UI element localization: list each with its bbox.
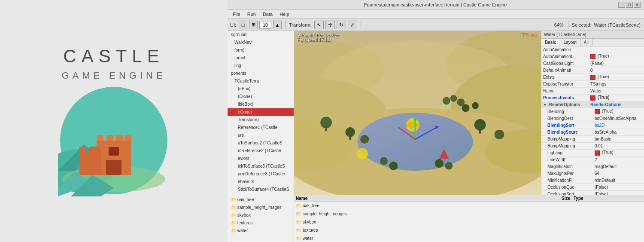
- logo-subtitle: GAME ENGINE: [61, 70, 166, 81]
- scene-item[interactable]: mReference2 (TCastle: [228, 147, 294, 155]
- prop-row[interactable]: BumpMapping bmBasic: [541, 136, 644, 143]
- file-item[interactable]: 📁 skybox: [228, 211, 294, 219]
- scene-item[interactable]: (eBox): [228, 85, 294, 93]
- file-item[interactable]: 📁 oak_tree: [228, 196, 294, 204]
- tab-all[interactable]: All: [580, 39, 592, 46]
- toolbar-square-btn[interactable]: □: [239, 21, 247, 29]
- file-item[interactable]: 📁 water: [228, 227, 294, 235]
- menu-run[interactable]: Run: [244, 11, 259, 18]
- scene-item[interactable]: Transform): [228, 116, 294, 124]
- prop-row[interactable]: AutoAnimationL (True): [541, 53, 644, 60]
- svg-point-34: [360, 135, 369, 144]
- scene-item[interactable]: ponents: [228, 70, 294, 77]
- folder-icon: 📁: [231, 197, 236, 202]
- close-button[interactable]: ✕: [634, 2, 641, 8]
- logo-circle: [58, 85, 170, 196]
- scene-item[interactable]: ibleBox): [228, 101, 294, 108]
- scene-item[interactable]: aviors: [228, 155, 294, 162]
- prop-row[interactable]: BlendingDest bdOneMinusSrcAlpha: [541, 115, 644, 122]
- checkbox-icon: [595, 109, 600, 114]
- main-content: sground WalkNavi form) form4 ling ponent…: [228, 31, 644, 195]
- scene-item[interactable]: ehaviors: [228, 178, 294, 186]
- menu-data[interactable]: Data: [259, 11, 276, 18]
- file-item[interactable]: 📁 textures: [228, 219, 294, 227]
- tab-basic[interactable]: Basic: [541, 39, 560, 46]
- prop-row[interactable]: DefaultAnimati 0: [541, 67, 644, 74]
- toolbar-rotate-btn[interactable]: ↻: [337, 21, 346, 29]
- svg-rect-31: [325, 126, 327, 131]
- prop-row[interactable]: Name Water: [541, 88, 644, 95]
- prop-name: AutoAnimation: [543, 47, 590, 52]
- scene-item-selected[interactable]: eCone): [228, 108, 294, 116]
- scene-item[interactable]: (Clone): [228, 93, 294, 101]
- menu-bar: File Run Data Help: [228, 9, 644, 19]
- prop-value: RenderOptions: [590, 102, 642, 107]
- toolbar-plus-btn[interactable]: ⊞: [249, 21, 258, 29]
- scene-item[interactable]: StickToSurface4 (TCastleS: [228, 186, 294, 193]
- minimize-button[interactable]: —: [618, 2, 625, 8]
- maximize-button[interactable]: □: [626, 2, 633, 8]
- viewport[interactable]: Viewport: Perspective Fly (speed 17.11) …: [294, 31, 541, 195]
- prop-row[interactable]: MaxLightsPer 64: [541, 170, 644, 177]
- file-table-row[interactable]: 📁 textures: [294, 227, 644, 235]
- prop-row[interactable]: Magnification magDefault: [541, 163, 644, 170]
- prop-row[interactable]: BumpMapping 0.01: [541, 143, 644, 150]
- toolbar-num-input[interactable]: [259, 21, 271, 29]
- prop-row-section[interactable]: ▼ RenderOptions RenderOptions: [541, 101, 644, 108]
- toolbar-scale-btn[interactable]: ⤢: [348, 21, 357, 29]
- scene-item[interactable]: form4: [228, 54, 294, 62]
- file-item[interactable]: 📁 sample_height_images: [228, 204, 294, 211]
- scene-item[interactable]: ling: [228, 62, 294, 70]
- file-table-row[interactable]: 📁 skybox: [294, 218, 644, 227]
- props-list[interactable]: AutoAnimation AutoAnimationL (True) Cast…: [541, 46, 644, 195]
- scene-item[interactable]: ickToSurface3 (TCastleS: [228, 162, 294, 170]
- scene-item[interactable]: ormReference3 (TCastle: [228, 170, 294, 178]
- collapse-icon: ▼: [543, 103, 547, 107]
- file-name: sample_height_images: [303, 211, 539, 217]
- prop-row[interactable]: MinificationFil minDefault: [541, 177, 644, 184]
- scene-item[interactable]: aToSurface2 (TCastleS: [228, 139, 294, 147]
- prop-value: (True): [590, 74, 642, 80]
- scene-item[interactable]: Reference1 (TCastle: [228, 124, 294, 132]
- prop-row[interactable]: Blending (True): [541, 108, 644, 115]
- prop-row[interactable]: Exists (True): [541, 74, 644, 81]
- prop-row[interactable]: CastGlobalLight (False): [541, 60, 644, 67]
- scene-tree[interactable]: sground WalkNavi form) form4 ling ponent…: [228, 31, 294, 195]
- svg-point-54: [450, 95, 457, 102]
- bottom-panel: 📁 oak_tree 📁 sample_height_images 📁 skyb…: [228, 195, 644, 242]
- file-tree-left[interactable]: 📁 oak_tree 📁 sample_height_images 📁 skyb…: [228, 195, 294, 242]
- scene-item[interactable]: urs: [228, 132, 294, 139]
- prop-value: TStrings: [590, 82, 642, 86]
- scene-item[interactable]: sground: [228, 31, 294, 39]
- prop-value: (True): [590, 54, 642, 59]
- tab-layout[interactable]: Layout: [560, 39, 580, 46]
- menu-help[interactable]: Help: [276, 11, 293, 18]
- logo-panel: CASTLE GAME ENGINE: [0, 0, 228, 242]
- file-table-row[interactable]: 📁 oak_tree: [294, 202, 644, 210]
- svg-point-50: [445, 162, 453, 170]
- toolbar-up-btn[interactable]: ▲: [273, 21, 282, 29]
- svg-point-41: [406, 122, 419, 128]
- prop-row[interactable]: Lighting (True): [541, 150, 644, 156]
- prop-row[interactable]: BlendingSort bs2D: [541, 122, 644, 129]
- scene-item[interactable]: form): [228, 46, 294, 54]
- fps-counter: FPS: xxx: [520, 33, 538, 37]
- toolbar-move-btn[interactable]: ✛: [325, 21, 335, 29]
- scene-item[interactable]: TCastleTerra: [228, 77, 294, 85]
- window-controls[interactable]: — □ ✕: [618, 2, 641, 8]
- file-table-row[interactable]: 📁 water: [294, 235, 644, 242]
- scene-item[interactable]: WalkNavi: [228, 39, 294, 46]
- menu-file[interactable]: File: [229, 11, 244, 18]
- prop-row[interactable]: OcclusionQue (False): [541, 184, 644, 191]
- prop-row[interactable]: ProcessEvents (True): [541, 95, 644, 101]
- prop-row[interactable]: LineWidth 2: [541, 156, 644, 163]
- file-table-row[interactable]: 📁 sample_height_images: [294, 210, 644, 218]
- prop-name: BlendingDest: [547, 116, 595, 121]
- file-name: water: [303, 235, 539, 242]
- prop-row[interactable]: ExposeTransfor TStrings: [541, 81, 644, 88]
- prop-row[interactable]: AutoAnimation: [541, 46, 644, 53]
- viewport-scene: [294, 31, 541, 195]
- prop-row[interactable]: BlendingSourc bsSrcAlpha: [541, 129, 644, 136]
- prop-row[interactable]: OcclusionSort (False): [541, 191, 644, 195]
- toolbar-cursor-btn[interactable]: ↖: [314, 21, 324, 29]
